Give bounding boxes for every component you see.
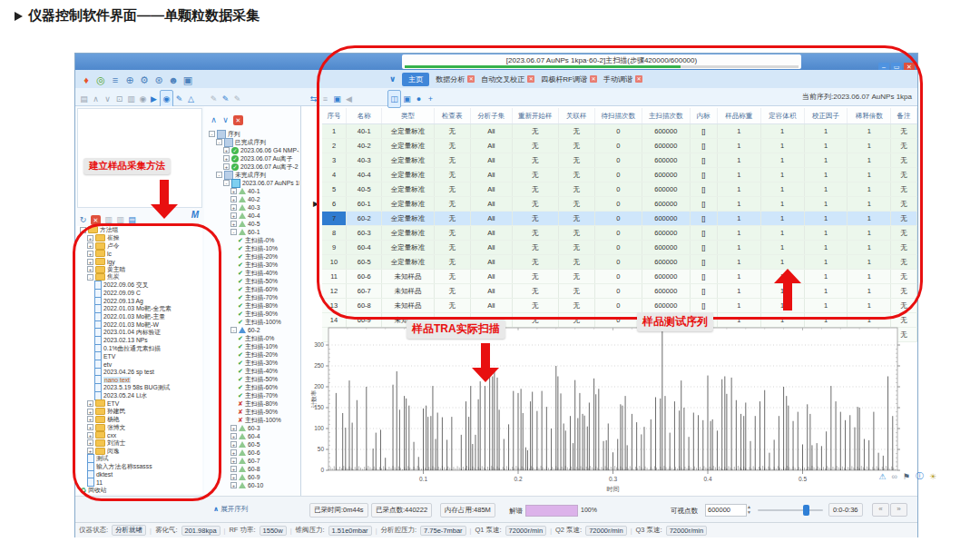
collapse-icon[interactable]: - [230, 327, 237, 333]
flame-icon[interactable]: ♦ [79, 72, 93, 88]
play-icon[interactable]: ▶ [148, 91, 160, 107]
collapse-icon[interactable]: - [216, 139, 222, 145]
record-icon[interactable]: ◉ [160, 90, 173, 108]
completed-icon: ✓ [231, 155, 239, 163]
sample-flask-icon [239, 449, 246, 456]
app-icon-group: ♦◎≡⊕⚙⊛☻▣ [79, 71, 195, 88]
user-icon[interactable]: ☻ [166, 72, 181, 88]
collapse-icon[interactable]: - [223, 180, 230, 186]
visible-points-stepper[interactable]: ▲▼ [747, 504, 751, 515]
svg-text:50: 50 [318, 446, 325, 452]
active-sample-flask-icon [239, 327, 246, 333]
expand-icon[interactable]: + [230, 482, 237, 488]
annotation-table-label: 样品测试序列 [637, 312, 713, 331]
expand-icon[interactable]: + [230, 188, 237, 194]
tree-item[interactable]: +40-1 [206, 187, 299, 195]
svg-text:0.5: 0.5 [799, 476, 807, 482]
expand-sequence-link[interactable]: ∧ 展开序列 [213, 505, 248, 514]
expand-icon[interactable]: + [230, 449, 237, 456]
flask-icon[interactable]: △ [185, 91, 197, 107]
expand-icon[interactable]: + [230, 204, 237, 211]
brightness-icon[interactable]: ☀ [929, 472, 936, 481]
collapse-icon[interactable]: - [216, 172, 222, 178]
status-label: 锥阀压力: [296, 526, 325, 535]
chevron-down-icon[interactable]: ∨ [102, 91, 113, 107]
target-icon[interactable]: ◎ [93, 72, 108, 88]
status-separator: | [631, 527, 632, 534]
flag-icon[interactable]: ⚑ [903, 472, 910, 481]
completed-icon: ✓ [231, 147, 239, 154]
info-circle-icon[interactable]: ⓘ [916, 470, 924, 482]
filter-icon[interactable]: M [191, 210, 199, 220]
expand-icon[interactable]: + [230, 425, 237, 431]
expand-icon[interactable]: + [230, 212, 237, 219]
prev-page-button[interactable]: « [872, 503, 889, 517]
collapse-icon[interactable]: - [209, 131, 215, 137]
gear-icon[interactable]: ⚙ [137, 72, 152, 88]
edit-method-icon[interactable]: ✎ [173, 91, 185, 107]
sample-flask-icon [239, 229, 246, 235]
move-icon[interactable]: ⊕ [122, 72, 137, 88]
cluster-icon[interactable]: ⊛ [152, 72, 166, 88]
slider-handle[interactable] [803, 505, 809, 516]
annotation-left-label: 建立样品采集方法 [83, 158, 171, 174]
move-up-icon[interactable]: ∧ [208, 112, 220, 128]
time-range-slider[interactable] [758, 509, 823, 511]
svg-text:0.2: 0.2 [514, 476, 522, 482]
tra-signal-chart[interactable]: 0501001502002503000.10.20.30.40.5时间计数率 [309, 320, 923, 495]
visible-points-input[interactable]: 600000 [705, 504, 747, 517]
expand-icon[interactable]: + [230, 466, 237, 472]
check-icon: ✔ [238, 237, 243, 243]
doc-edit-icon[interactable]: ▥ [125, 91, 137, 107]
chevron-up-icon[interactable]: ∧ [90, 91, 102, 107]
pencil-gray-icon[interactable]: ✎ [231, 91, 243, 107]
tree-item[interactable]: +40-5 [206, 220, 299, 228]
tree-item-label: 60-10 [248, 482, 263, 488]
running-sequence-icon [231, 179, 240, 188]
status-label: Q2 泵速: [555, 526, 582, 535]
expand-icon[interactable]: + [230, 458, 237, 464]
tree-item[interactable]: +40-4 [206, 212, 299, 220]
screenshot-root: 仪器控制软件界面——单颗粒数据采集 [2023.06.07 AuNPs 1kpa… [0, 0, 980, 552]
tree-item[interactable]: +40-3 [206, 203, 299, 212]
expand-icon[interactable]: + [223, 163, 230, 170]
expand-icon[interactable]: + [223, 155, 230, 162]
sliders-icon[interactable]: ≡ [108, 72, 122, 88]
panel-divider [300, 106, 301, 496]
page-title-text: 仪器控制软件界面——单颗粒数据采集 [28, 7, 260, 25]
expand-icon[interactable]: + [230, 196, 237, 202]
tree-item[interactable]: -2023.06.07 AuNPs 1kpa [206, 179, 299, 187]
tree-item[interactable]: -未完成序列 [206, 171, 299, 179]
pencil-icon[interactable]: ✎ [208, 91, 220, 107]
expand-icon[interactable]: + [230, 474, 237, 480]
tree-item[interactable]: +40-2 [206, 195, 299, 203]
link-icon[interactable]: ∞ [891, 472, 897, 481]
monitor-icon[interactable]: ⊡ [113, 91, 125, 107]
expand-icon[interactable]: + [223, 147, 230, 153]
sequence-toolbar: ∧∨✕ [208, 110, 245, 123]
check-icon: ✔ [238, 286, 243, 292]
next-page-button[interactable]: » [890, 503, 907, 517]
check-icon: ✔ [238, 261, 243, 268]
expand-icon[interactable]: + [230, 441, 237, 448]
expand-icon[interactable]: + [230, 221, 237, 227]
tree-item-label: 主扫描-100% [245, 416, 281, 425]
tree-item[interactable]: -已完成序列 [206, 138, 299, 146]
tree-item-label: 40-3 [248, 204, 260, 211]
sample-flask-icon [239, 474, 246, 480]
tree-item[interactable]: +60-10 [206, 481, 299, 489]
status-separator: | [290, 527, 292, 534]
collapse-icon[interactable]: - [230, 229, 237, 235]
pencil-add-icon[interactable]: ✎ [220, 91, 231, 107]
chevron-up-icon: ∧ [213, 505, 220, 513]
check-icon: ✔ [238, 392, 243, 399]
check-icon: ✔ [238, 310, 243, 317]
chat-icon[interactable]: ▣ [181, 72, 195, 88]
move-down-icon[interactable]: ∨ [220, 112, 231, 128]
delete-sequence-icon[interactable]: ✕ [233, 115, 243, 125]
new-doc-icon[interactable]: ▤ [78, 91, 90, 107]
warning-triangle-icon[interactable]: ⚠ [878, 472, 886, 481]
completed-icon: ✓ [231, 163, 239, 171]
check-icon: ✔ [238, 270, 243, 276]
expand-icon[interactable]: + [230, 433, 237, 439]
